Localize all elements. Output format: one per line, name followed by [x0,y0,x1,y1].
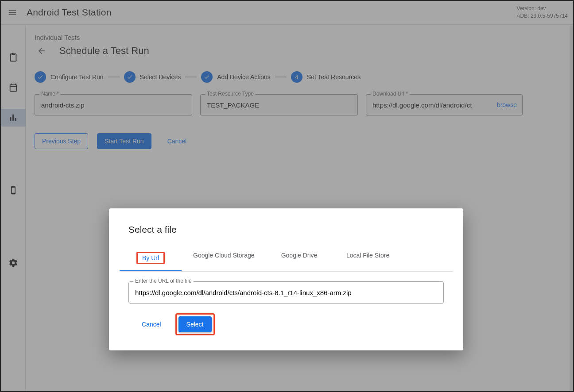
dialog-tabs: By Url Google Cloud Storage Google Drive… [120,246,453,272]
tab-google-drive[interactable]: Google Drive [266,246,333,271]
highlight-box: By Url [136,252,165,264]
dialog-select-button[interactable]: Select [178,316,212,332]
url-label: Enter the URL of the file [133,278,194,284]
highlight-box: Select [175,313,215,335]
tab-by-url[interactable]: By Url [120,246,182,271]
tab-local-file-store[interactable]: Local File Store [333,246,403,271]
select-file-dialog: Select a file By Url Google Cloud Storag… [109,208,463,350]
dialog-title: Select a file [128,224,444,235]
tab-gcs[interactable]: Google Cloud Storage [182,246,266,271]
tab-label: By Url [142,254,159,261]
dialog-cancel-button[interactable]: Cancel [135,316,168,332]
url-input[interactable] [134,288,438,297]
url-field[interactable]: Enter the URL of the file [128,281,444,304]
